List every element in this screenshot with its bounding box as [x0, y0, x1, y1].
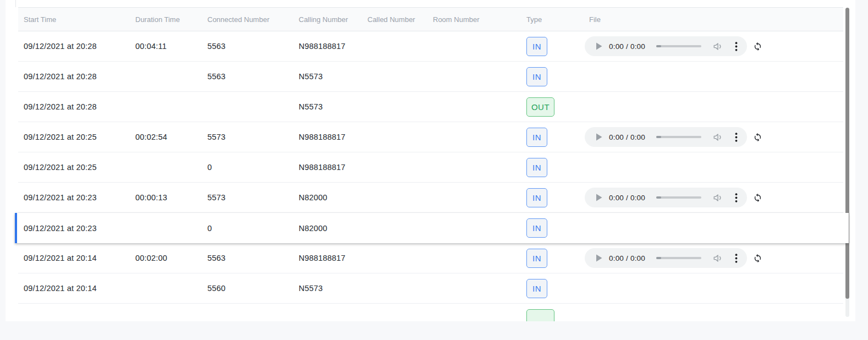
cell-start-time: 09/12/2021 at 20:28 [18, 31, 130, 61]
type-badge [526, 309, 554, 321]
cell-room-number [427, 273, 521, 303]
seek-slider[interactable] [656, 257, 701, 259]
play-icon[interactable] [596, 133, 602, 141]
kebab-menu-icon[interactable] [735, 133, 738, 142]
play-icon[interactable] [596, 42, 602, 50]
table-row[interactable]: 09/12/2021 at 20:23 00:00:13 5573 N82000… [18, 183, 843, 213]
cell-file [584, 152, 843, 182]
type-badge: IN [526, 67, 547, 86]
kebab-menu-icon[interactable] [735, 254, 738, 263]
column-header-start-time: Start Time [18, 8, 130, 31]
cell-duration-time: 00:02:00 [130, 243, 202, 273]
play-icon[interactable] [596, 194, 602, 201]
column-header-called-number: Called Number [362, 8, 427, 31]
cell-connected-number [202, 92, 293, 122]
table-row[interactable]: 09/12/2021 at 20:25 0 N988188817 IN [18, 152, 843, 183]
cell-room-number [427, 92, 521, 122]
cell-file [584, 62, 843, 91]
vertical-scrollbar[interactable] [845, 8, 849, 317]
seek-slider[interactable] [656, 136, 701, 138]
table-row[interactable]: 09/12/2021 at 20:28 N5573 OUT [18, 92, 843, 122]
cell-start-time: 09/12/2021 at 20:28 [18, 92, 130, 122]
cell-room-number [427, 122, 521, 152]
cell-type: IN [521, 62, 584, 91]
cell-called-number [362, 31, 427, 61]
cell-type: OUT [521, 92, 584, 122]
cell-called-number [362, 122, 427, 152]
volume-icon[interactable] [713, 42, 723, 51]
cell-duration-time [130, 152, 202, 182]
cell-calling-number: N988188817 [293, 243, 362, 273]
volume-icon[interactable] [713, 133, 723, 142]
scrollbar-thumb[interactable] [845, 8, 849, 299]
seek-thumb[interactable] [656, 257, 661, 259]
audio-player[interactable]: 0:00 / 0:00 [585, 188, 747, 207]
cell-file [584, 92, 843, 122]
audio-time: 0:00 / 0:00 [609, 42, 646, 51]
cell-connected-number: 5563 [202, 243, 293, 273]
cell-type [521, 304, 584, 321]
volume-icon[interactable] [713, 254, 723, 263]
refresh-icon[interactable] [753, 193, 762, 202]
column-header-room-number: Room Number [427, 8, 521, 31]
table-row[interactable]: 09/12/2021 at 20:25 00:02:54 5573 N98818… [18, 122, 843, 152]
cell-type: IN [521, 243, 584, 273]
seek-slider[interactable] [656, 196, 701, 199]
cell-called-number [362, 152, 427, 182]
cell-calling-number: N988188817 [293, 31, 362, 61]
cell-room-number [427, 243, 521, 273]
column-header-type: Type [521, 8, 584, 31]
cell-file [584, 213, 849, 243]
audio-time: 0:00 / 0:00 [609, 254, 646, 262]
cell-start-time: 09/12/2021 at 20:28 [18, 62, 130, 91]
type-badge: IN [526, 218, 547, 238]
cell-connected-number [202, 304, 293, 321]
table-row[interactable]: 09/12/2021 at 20:14 5560 N5573 IN [18, 273, 843, 304]
type-badge: IN [526, 249, 547, 268]
seek-thumb[interactable] [656, 196, 661, 199]
refresh-icon[interactable] [753, 133, 762, 142]
cell-connected-number: 5563 [202, 31, 293, 61]
cell-room-number [427, 183, 521, 212]
table-row[interactable] [18, 304, 843, 321]
cell-called-number [362, 62, 427, 91]
table-row[interactable]: 09/12/2021 at 20:28 5563 N5573 IN [18, 62, 843, 92]
audio-player[interactable]: 0:00 / 0:00 [585, 248, 747, 268]
cell-duration-time [130, 92, 202, 122]
table-row[interactable]: 09/12/2021 at 20:28 00:04:11 5563 N98818… [18, 31, 843, 62]
type-badge: IN [526, 128, 547, 147]
seek-thumb[interactable] [656, 45, 661, 47]
cell-connected-number: 5563 [202, 62, 293, 91]
audio-player[interactable]: 0:00 / 0:00 [585, 127, 747, 147]
cell-room-number [427, 62, 521, 91]
type-badge: IN [526, 37, 547, 56]
cell-start-time: 09/12/2021 at 20:23 [18, 213, 130, 243]
cell-connected-number: 0 [202, 152, 293, 182]
kebab-menu-icon[interactable] [735, 193, 738, 202]
play-icon[interactable] [596, 254, 602, 262]
cell-duration-time [130, 213, 202, 243]
cell-calling-number: N5573 [293, 92, 362, 122]
seek-thumb[interactable] [656, 136, 661, 138]
cell-duration-time: 00:04:11 [130, 31, 202, 61]
refresh-icon[interactable] [753, 254, 762, 263]
volume-icon[interactable] [713, 193, 723, 202]
cell-room-number [427, 152, 521, 182]
cell-type: IN [521, 273, 584, 303]
table-row[interactable]: 09/12/2021 at 20:14 00:02:00 5563 N98818… [18, 243, 843, 273]
cell-calling-number: N82000 [293, 213, 362, 243]
audio-player[interactable]: 0:00 / 0:00 [585, 36, 747, 56]
cell-duration-time [130, 304, 202, 321]
kebab-menu-icon[interactable] [735, 42, 738, 51]
table-row-selected[interactable]: 09/12/2021 at 20:23 0 N82000 IN [15, 213, 849, 243]
cell-duration-time [130, 62, 202, 91]
cell-type: IN [521, 183, 584, 212]
column-header-calling-number: Calling Number [293, 8, 362, 31]
cell-connected-number: 5560 [202, 273, 293, 303]
type-badge: IN [526, 188, 547, 207]
cell-start-time [18, 304, 130, 321]
table-header: Start Time Duration Time Connected Numbe… [18, 7, 843, 31]
seek-slider[interactable] [656, 45, 701, 47]
cell-start-time: 09/12/2021 at 20:25 [18, 152, 130, 182]
refresh-icon[interactable] [753, 42, 762, 51]
